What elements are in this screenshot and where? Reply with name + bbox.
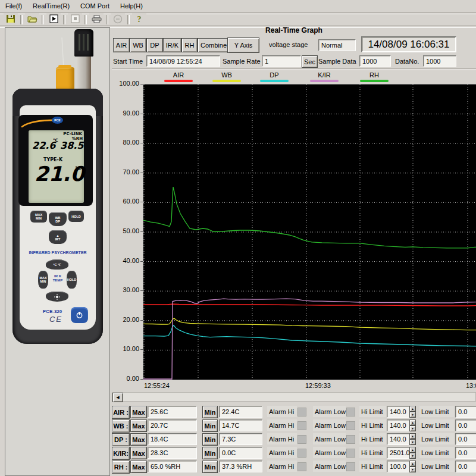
- alarm-low-label: Alarm Low: [313, 406, 346, 417]
- spin-up-button[interactable]: ▲: [409, 447, 416, 453]
- printer-icon: [92, 15, 102, 24]
- sample-rate-field[interactable]: 1: [262, 55, 301, 67]
- sample-data-field[interactable]: 1000: [359, 55, 391, 67]
- min-label: Min: [202, 419, 218, 432]
- table-row: WB :Max20.7CMin14.7CAlarm HiAlarm LowHi …: [112, 419, 476, 433]
- channel-button-air[interactable]: AIR: [113, 38, 130, 52]
- low-limit-field[interactable]: 0.0: [455, 447, 476, 459]
- spin-up-button[interactable]: ▲: [409, 406, 416, 412]
- data-no-field[interactable]: 1000: [423, 55, 456, 67]
- legend-label: DP: [255, 71, 293, 79]
- alarm-low-indicator: [346, 462, 355, 471]
- hi-limit-spinner[interactable]: 140.0▲▼: [387, 433, 417, 445]
- spin-down-button[interactable]: ▼: [409, 412, 416, 418]
- legend-label: K/IR: [305, 71, 343, 79]
- max-value-field[interactable]: 65.0 %RH: [148, 461, 197, 472]
- min-value-field[interactable]: 22.4C: [219, 406, 262, 418]
- ce-mark: CE: [47, 315, 65, 324]
- graph-panel-title: Real-Time Graph: [112, 26, 476, 36]
- spin-up-button[interactable]: ▲: [409, 461, 416, 466]
- hi-limit-field[interactable]: 140.0: [387, 406, 409, 418]
- channel-row-button[interactable]: RH :: [112, 461, 130, 474]
- hi-limit-spinner[interactable]: 140.0▲▼: [387, 406, 417, 418]
- hi-limit-field[interactable]: 2501.0: [387, 447, 409, 459]
- spin-down-button[interactable]: ▼: [409, 439, 416, 445]
- channel-row-button[interactable]: AIR :: [112, 406, 130, 419]
- spin-up-button[interactable]: ▲: [409, 433, 416, 439]
- channel-button-wb[interactable]: WB: [130, 38, 146, 52]
- hi-limit-spinner[interactable]: 140.0▲▼: [387, 419, 417, 431]
- channel-row-button[interactable]: DP :: [112, 433, 130, 446]
- hi-limit-field[interactable]: 140.0: [387, 419, 409, 431]
- series-air: [143, 304, 476, 306]
- series-rh: [143, 187, 476, 248]
- min-value-field[interactable]: 37.3 %RH: [219, 461, 262, 472]
- spin-buttons[interactable]: ▲▼: [409, 461, 416, 472]
- spin-buttons[interactable]: ▲▼: [409, 447, 416, 459]
- voltage-stage-label: voltage stage: [269, 39, 308, 51]
- toolbar-separator: [106, 15, 108, 24]
- print-button[interactable]: [89, 14, 104, 25]
- start-time-field[interactable]: 14/08/09 12:55:24: [146, 55, 220, 67]
- spin-down-button[interactable]: ▼: [409, 453, 416, 459]
- max-value-field[interactable]: 20.7C: [148, 419, 197, 431]
- menu-com-port[interactable]: COM Port: [75, 1, 115, 11]
- menu-file[interactable]: File(f): [0, 1, 27, 11]
- lcd-screen: PC-LINK 22.6 °C %RH 38.5 TYPE-K 21.0 °C: [29, 130, 84, 203]
- y-axis-button[interactable]: Y Axis: [227, 37, 259, 53]
- help-button[interactable]: ?: [132, 14, 146, 25]
- channel-button-combine[interactable]: Combine: [198, 38, 230, 52]
- max-label: Max: [130, 406, 147, 418]
- toolbar-separator: [42, 15, 44, 24]
- channel-row-button[interactable]: K/IR:: [112, 447, 130, 460]
- max-value-field[interactable]: 25.6C: [148, 406, 197, 418]
- stop-button[interactable]: [68, 14, 82, 25]
- disconnect-button[interactable]: [111, 14, 125, 25]
- alarm-low-indicator: [346, 435, 355, 444]
- menu-realtime[interactable]: RealTime(R): [27, 1, 75, 11]
- scrollbar-left-arrow[interactable]: ◀: [112, 393, 123, 402]
- low-limit-field[interactable]: 0.0: [455, 461, 476, 472]
- channel-button-rh[interactable]: RH: [181, 38, 198, 52]
- y-tick-label: 80.00: [112, 139, 139, 146]
- alarm-hi-label: Alarm Hi: [267, 447, 297, 458]
- spin-down-button[interactable]: ▼: [409, 425, 416, 431]
- chart-horizontal-scrollbar[interactable]: ◀: [112, 392, 476, 402]
- open-button[interactable]: [25, 14, 39, 25]
- min-value-field[interactable]: 7.3C: [219, 433, 262, 445]
- spin-buttons[interactable]: ▲▼: [409, 406, 416, 418]
- table-row: RH :Max65.0 %RHMin37.3 %RHAlarm HiAlarm …: [112, 460, 476, 474]
- start-button[interactable]: [46, 14, 61, 25]
- low-limit-field[interactable]: 0.0: [455, 406, 476, 418]
- min-value-field[interactable]: 14.7C: [219, 419, 262, 431]
- save-button[interactable]: [4, 14, 18, 25]
- device-dpad-hold-button: HOLD: [67, 271, 77, 289]
- min-value-field[interactable]: 0.0C: [219, 447, 262, 459]
- hi-limit-label: Hi Limit: [359, 419, 386, 431]
- hi-limit-spinner[interactable]: 100.0▲▼: [387, 461, 417, 472]
- spin-buttons[interactable]: ▲▼: [409, 419, 416, 431]
- device-maxmin-button: MAX MIN: [30, 211, 47, 223]
- hi-limit-field[interactable]: 140.0: [387, 433, 409, 445]
- max-value-field[interactable]: 18.4C: [148, 433, 197, 445]
- channel-row-button[interactable]: WB :: [112, 419, 130, 433]
- spin-down-button[interactable]: ▼: [409, 466, 416, 472]
- max-value-field[interactable]: 28.3C: [148, 447, 197, 459]
- hi-limit-field[interactable]: 100.0: [387, 461, 409, 472]
- channel-button-dp[interactable]: DP: [146, 38, 163, 52]
- menu-help[interactable]: Help(H): [115, 1, 148, 11]
- hi-limit-spinner[interactable]: 2501.0▲▼: [387, 447, 417, 459]
- legend-item-wb: WB: [208, 71, 246, 82]
- low-limit-field[interactable]: 0.0: [455, 433, 476, 445]
- max-label: Max: [130, 419, 147, 432]
- channel-button-irk[interactable]: IR/K: [163, 38, 181, 52]
- device-brand-label: INFRARED PSYCHROMETER: [20, 250, 96, 255]
- voltage-stage-field[interactable]: Normal: [318, 39, 356, 51]
- low-limit-field[interactable]: 0.0: [455, 419, 476, 431]
- low-limit-label: Low Limit: [419, 461, 454, 472]
- spin-buttons[interactable]: ▲▼: [409, 433, 416, 445]
- y-tick-label: 30.00: [112, 286, 139, 293]
- sec-button[interactable]: Sec: [302, 55, 318, 68]
- lcd-pc-link: PC-LINK: [63, 131, 82, 136]
- spin-up-button[interactable]: ▲: [409, 419, 416, 425]
